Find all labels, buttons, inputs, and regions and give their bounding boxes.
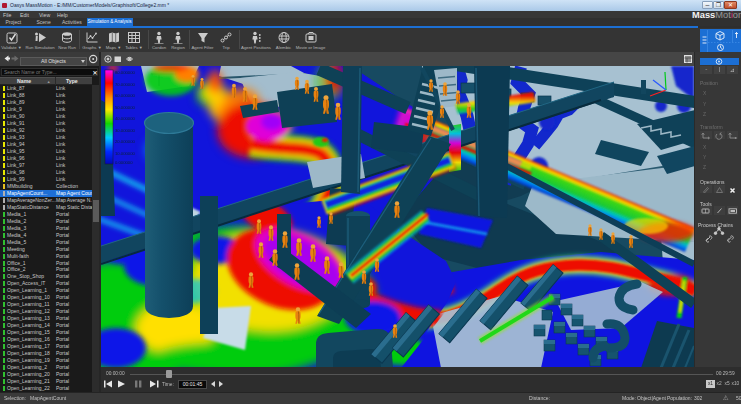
svg-text:50.000000: 50.000000	[115, 105, 135, 110]
svg-text:Time:: Time:	[162, 382, 174, 387]
svg-text:0.000000: 0.000000	[115, 160, 133, 165]
svg-text:20.000000: 20.000000	[115, 139, 135, 144]
svg-text:70.000000: 70.000000	[115, 82, 135, 87]
svg-text:30.000000: 30.000000	[115, 128, 135, 133]
svg-text:40.000000: 40.000000	[115, 116, 135, 121]
svg-text:80.000000: 80.000000	[115, 70, 135, 75]
svg-text:10.000000: 10.000000	[115, 151, 135, 156]
svg-text:60.000000: 60.000000	[115, 93, 135, 98]
